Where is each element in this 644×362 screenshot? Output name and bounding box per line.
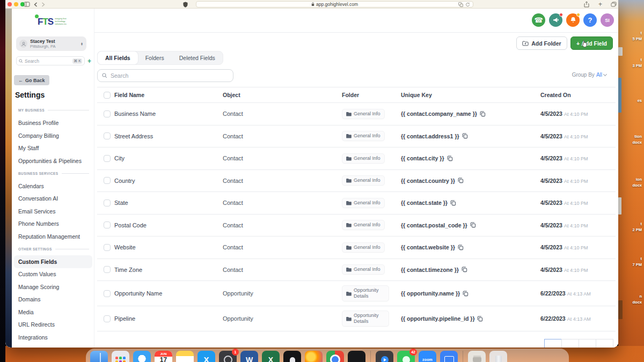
- desktop-file-icon[interactable]: [618, 197, 621, 215]
- close-window-icon[interactable]: [8, 2, 12, 6]
- sidebar-search-input[interactable]: Search ⌘ K: [16, 56, 85, 65]
- new-tab-icon[interactable]: +: [598, 1, 602, 8]
- sidebar-item-manage-scoring[interactable]: Manage Scoring: [12, 280, 94, 293]
- copy-icon[interactable]: [463, 291, 469, 297]
- megaphone-icon[interactable]: [549, 13, 562, 27]
- add-field-button[interactable]: + Add Field: [570, 36, 613, 50]
- pagination-cell[interactable]: [544, 339, 562, 348]
- dock-icon-word[interactable]: W: [240, 351, 258, 362]
- dock-icon-notes[interactable]: [176, 351, 194, 362]
- bell-icon[interactable]: [566, 13, 580, 27]
- table-row[interactable]: Street AddressContactGeneral Info{{ cont…: [97, 125, 616, 148]
- address-bar[interactable]: app.gohighlevel.com: [196, 1, 473, 8]
- phone-icon[interactable]: ☎: [532, 13, 545, 27]
- copy-icon[interactable]: [458, 178, 464, 183]
- share-icon[interactable]: [584, 1, 589, 8]
- row-checkbox[interactable]: [104, 110, 111, 117]
- sidebar-item-calendars[interactable]: Calendars: [12, 180, 94, 193]
- row-checkbox[interactable]: [104, 244, 111, 251]
- dock-icon-printer[interactable]: [468, 351, 486, 362]
- dock-icon-finder[interactable]: [90, 351, 108, 362]
- sidebar-item-phone-numbers[interactable]: Phone Numbers: [12, 218, 94, 231]
- row-checkbox[interactable]: [104, 266, 111, 273]
- sidebar-item-custom-fields[interactable]: Custom Fields: [14, 255, 92, 268]
- dock-icon-records[interactable]: 1: [219, 351, 237, 362]
- table-row[interactable]: Postal CodeContactGeneral Info{{ contact…: [97, 215, 616, 237]
- reload-icon[interactable]: [465, 2, 470, 7]
- table-row[interactable]: WebsiteContactGeneral Info{{ contact.web…: [97, 237, 616, 259]
- dock-icon-launchpad[interactable]: [112, 351, 129, 362]
- shield-icon[interactable]: [183, 1, 188, 8]
- table-row[interactable]: CountryContactGeneral Info{{ contact.cou…: [97, 170, 616, 193]
- dock-icon-facetime[interactable]: 42: [397, 351, 415, 362]
- desktop-file-icon[interactable]: [618, 300, 623, 319]
- sidebar-item-domains[interactable]: Domains: [12, 293, 94, 306]
- tab-deleted-fields[interactable]: Deleted Fields: [172, 51, 223, 64]
- window-controls[interactable]: [8, 2, 25, 6]
- account-switcher[interactable]: Stacey Test Pittsburgh, PA ▲▼: [16, 36, 86, 51]
- table-row[interactable]: Business NameContactGeneral Info{{ conta…: [97, 103, 616, 125]
- row-checkbox[interactable]: [104, 221, 111, 228]
- sidebar-item-reputation-management[interactable]: Reputation Management: [12, 230, 94, 243]
- sidebar-item-url-redirects[interactable]: URL Redirects: [12, 319, 94, 331]
- table-row[interactable]: Opportunity NameOpportunityOpportunity D…: [97, 281, 616, 306]
- select-all-checkbox[interactable]: [104, 92, 111, 99]
- desktop-file-icon[interactable]: [618, 47, 623, 56]
- pagination-cell[interactable]: [596, 339, 613, 348]
- copy-icon[interactable]: [470, 222, 476, 228]
- sidebar-item-company-billing[interactable]: Company Billing: [12, 129, 94, 142]
- translate-icon[interactable]: [458, 2, 463, 7]
- dock-icon-firefox[interactable]: [305, 351, 323, 362]
- sidebar-item-conversation-ai[interactable]: Conversation AI: [12, 193, 94, 205]
- sidebar-toggle-icon[interactable]: [24, 1, 30, 8]
- dock-icon-safari[interactable]: [133, 351, 151, 362]
- row-checkbox[interactable]: [104, 132, 111, 139]
- copy-icon[interactable]: [477, 316, 483, 322]
- add-icon[interactable]: +: [87, 57, 91, 65]
- pagination-cell[interactable]: [579, 339, 596, 348]
- dock-icon-calendar[interactable]: JUN17: [155, 351, 172, 362]
- table-row[interactable]: CityContactGeneral Info{{ contact.city }…: [97, 147, 616, 170]
- fields-search-input[interactable]: Search: [97, 69, 233, 82]
- copy-icon[interactable]: [462, 267, 467, 272]
- table-row[interactable]: Time ZoneContactGeneral Info{{ contact.t…: [97, 259, 616, 282]
- minimize-window-icon[interactable]: [14, 2, 18, 6]
- sidebar-item-opportunities-pipelines[interactable]: Opportunities & Pipelines: [12, 154, 94, 167]
- add-folder-button[interactable]: Add Folder: [516, 36, 567, 50]
- dock-icon-anydesk[interactable]: [376, 351, 393, 362]
- forward-icon[interactable]: [41, 1, 45, 8]
- sidebar-item-custom-values[interactable]: Custom Values: [12, 268, 94, 281]
- copy-icon[interactable]: [447, 156, 453, 161]
- row-checkbox[interactable]: [104, 290, 111, 297]
- help-icon[interactable]: ?: [583, 13, 597, 27]
- row-checkbox[interactable]: [104, 200, 111, 206]
- dock-icon-excel[interactable]: X: [262, 351, 280, 362]
- back-icon[interactable]: [34, 1, 38, 8]
- dock-icon-trash[interactable]: [489, 351, 507, 362]
- go-back-button[interactable]: ← Go Back: [14, 75, 49, 85]
- dock-icon-screenshare[interactable]: [440, 351, 458, 362]
- dock-icon-chrome[interactable]: [326, 351, 344, 362]
- copy-icon[interactable]: [458, 245, 464, 250]
- sidebar-item-email-services[interactable]: Email Services: [12, 205, 94, 218]
- sidebar-item-media[interactable]: Media: [12, 306, 94, 319]
- table-row[interactable]: PipelineOpportunityOpportunity Details{{…: [97, 306, 616, 331]
- tab-all-fields[interactable]: All Fields: [98, 51, 138, 64]
- dock-icon-remote[interactable]: [283, 351, 301, 362]
- copy-icon[interactable]: [462, 133, 468, 139]
- dock-icon-zoom[interactable]: zoom: [419, 351, 436, 362]
- group-by-value[interactable]: All: [596, 72, 602, 78]
- sidebar-item-business-profile[interactable]: Business Profile: [12, 117, 94, 130]
- copy-icon[interactable]: [480, 111, 486, 117]
- sidebar-item-my-staff[interactable]: My Staff: [12, 142, 94, 155]
- chevron-down-icon[interactable]: [603, 72, 607, 76]
- row-checkbox[interactable]: [104, 177, 111, 184]
- row-checkbox[interactable]: [104, 155, 111, 162]
- pagination-cell[interactable]: [561, 339, 579, 348]
- sidebar-item-integrations[interactable]: Integrations: [12, 331, 94, 344]
- copy-icon[interactable]: [450, 200, 456, 206]
- row-checkbox[interactable]: [104, 315, 111, 322]
- table-row[interactable]: StateContactGeneral Info{{ contact.state…: [97, 192, 616, 215]
- dock-icon-x[interactable]: X: [197, 351, 215, 362]
- dock-icon-device[interactable]: [348, 351, 365, 362]
